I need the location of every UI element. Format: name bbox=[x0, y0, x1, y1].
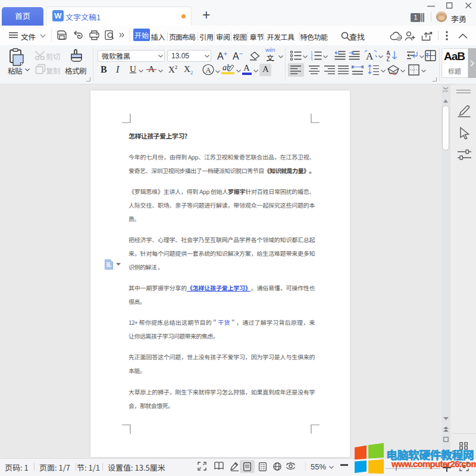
svg-text:A: A bbox=[387, 50, 390, 57]
svg-text:3: 3 bbox=[311, 58, 313, 61]
svg-text:A: A bbox=[366, 51, 374, 61]
svg-text:A: A bbox=[205, 65, 211, 74]
svg-text:Z: Z bbox=[387, 56, 390, 61]
